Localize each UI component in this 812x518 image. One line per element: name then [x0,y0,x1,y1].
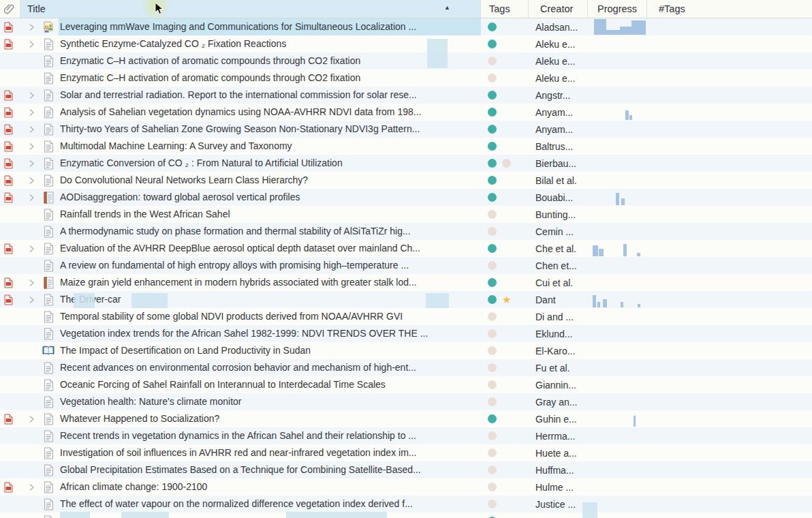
table-row[interactable]: Whatever Happened to Socialization?Guhin… [0,410,812,427]
title-cell[interactable]: The Impact of Desertification on Land Pr… [20,342,481,359]
table-row[interactable]: Synthetic Enzyme-Catalyzed CO ₂ Fixation… [0,35,812,52]
tags-cell [481,189,529,206]
expand-chevron-icon[interactable] [29,23,35,31]
table-row[interactable]: Thirty-two Years of Sahelian Zone Growin… [0,121,812,138]
creator-name: Anyam... [535,124,573,135]
table-row[interactable] [0,513,812,518]
table-row[interactable]: A thermodynamic study on phase formation… [0,223,812,240]
table-row[interactable]: Maize grain yield enhancement in modern … [0,274,812,291]
table-row[interactable]: Vegetation health: Nature's climate moni… [0,393,812,410]
title-cell[interactable]: Analysis of Sahelian vegetation dynamics… [20,104,481,121]
title-cell[interactable]: Leveraging mmWave Imaging and Communicat… [20,18,481,35]
tags-cell [481,461,529,478]
table-row[interactable]: Temporal stability of some global NDVI p… [0,308,812,325]
title-cell[interactable]: Evaluation of the AVHRR DeepBlue aerosol… [20,240,481,257]
table-row[interactable]: Investigation of soil influences in AVHR… [0,444,812,461]
expand-chevron-icon[interactable] [29,483,35,491]
title-cell[interactable]: Enzymatic C–H activation of aromatic com… [20,70,481,87]
title-cell[interactable]: Do Convolutional Neural Networks Learn C… [20,172,481,189]
title-cell[interactable]: Recent trends in vegetation dynamics in … [20,427,481,444]
table-row[interactable]: Oceanic Forcing of Sahel Rainfall on Int… [0,376,812,393]
table-row[interactable]: Do Convolutional Neural Networks Learn C… [0,172,812,189]
table-row[interactable]: The Driver-car★Dant [0,291,812,308]
table-row[interactable]: Recent trends in vegetation dynamics in … [0,427,812,444]
article-item-icon [42,243,54,255]
item-title: Maize grain yield enhancement in modern … [59,274,481,291]
title-cell[interactable]: Maize grain yield enhancement in modern … [20,274,481,291]
table-row[interactable]: Leveraging mmWave Imaging and Communicat… [0,18,812,35]
title-cell[interactable]: Recent advances on environmental corrosi… [20,359,481,376]
title-cell[interactable]: Vegetation health: Nature's climate moni… [20,393,481,410]
expand-chevron-icon[interactable] [29,194,35,202]
tags-cell [481,240,529,257]
table-row[interactable]: Enzymatic C–H activation of aromatic com… [0,70,812,87]
table-row[interactable]: Enzymatic Conversion of CO ₂ : From Natu… [0,155,812,172]
expand-chevron-icon[interactable] [29,279,35,287]
column-header-progress[interactable]: Progress [588,0,647,18]
title-cell[interactable]: Investigation of soil influences in AVHR… [20,444,481,461]
attachment-cell [0,35,20,52]
title-cell[interactable]: African climate change: 1900-2100 [20,478,481,496]
title-cell[interactable]: The Driver-car [20,291,481,308]
table-row[interactable]: The effect of water vapour on the normal… [0,496,812,513]
title-cell[interactable]: Global Precipitation Estimates Based on … [20,461,481,478]
table-row[interactable]: AODisaggregation: toward global aerosol … [0,189,812,206]
title-cell[interactable] [20,513,481,518]
column-header-title[interactable]: Title ▲ [20,0,481,18]
title-cell[interactable]: Enzymatic C–H activation of aromatic com… [20,52,481,70]
column-header-numtags[interactable]: #Tags [647,0,812,18]
numtags-cell [647,376,812,393]
tags-cell [481,478,529,496]
conference-item-icon [42,21,54,33]
expand-chevron-icon[interactable] [29,296,35,304]
table-row[interactable]: Solar and terrestrial radiation. Report … [0,87,812,104]
expand-chevron-icon[interactable] [29,415,35,423]
expand-chevron-icon[interactable] [29,245,35,253]
progress-cell [588,376,647,393]
table-row[interactable]: The Impact of Desertification on Land Pr… [0,342,812,359]
table-row[interactable]: Vegetation index trends for the African … [0,325,812,342]
title-cell[interactable]: Synthetic Enzyme-Catalyzed CO ₂ Fixation… [20,35,481,52]
numtags-cell [647,444,812,461]
title-cell[interactable]: Enzymatic Conversion of CO ₂ : From Natu… [20,155,481,172]
expand-chevron-icon[interactable] [29,177,35,185]
table-row[interactable]: Recent advances on environmental corrosi… [0,359,812,376]
numtags-cell [647,291,812,308]
expand-chevron-icon[interactable] [29,91,35,100]
table-row[interactable]: Evaluation of the AVHRR DeepBlue aerosol… [0,240,812,257]
numtags-cell [647,274,812,291]
title-cell[interactable]: Oceanic Forcing of Sahel Rainfall on Int… [20,376,481,393]
title-cell[interactable]: Temporal stability of some global NDVI p… [20,308,481,325]
item-title: Multimodal Machine Learning: A Survey an… [59,138,481,155]
title-cell[interactable]: Rainfall trends in the West African Sahe… [20,206,481,223]
creator-cell: Bouabi... [529,189,588,206]
table-row[interactable]: Rainfall trends in the West African Sahe… [0,206,812,223]
table-row[interactable]: Analysis of Sahelian vegetation dynamics… [0,104,812,121]
title-cell[interactable]: Vegetation index trends for the African … [20,325,481,342]
item-title: The effect of water vapour on the normal… [59,496,481,513]
expand-chevron-icon[interactable] [29,125,35,134]
tags-cell [481,274,529,291]
expand-chevron-icon[interactable] [29,40,35,48]
expand-chevron-icon[interactable] [29,108,35,117]
title-cell[interactable]: The effect of water vapour on the normal… [20,496,481,513]
progress-cell [588,410,647,427]
table-row[interactable]: Global Precipitation Estimates Based on … [0,461,812,478]
title-cell[interactable]: AODisaggregation: toward global aerosol … [20,189,481,206]
title-cell[interactable]: Whatever Happened to Socialization? [20,410,481,427]
column-header-tags[interactable]: Tags [481,0,529,18]
column-header-creator[interactable]: Creator [529,0,588,18]
title-cell[interactable]: A review on fundamental of high entropy … [20,257,481,274]
expand-chevron-icon[interactable] [29,142,35,151]
title-cell[interactable]: Multimodal Machine Learning: A Survey an… [20,138,481,155]
progress-bar [637,253,640,256]
table-row[interactable]: Multimodal Machine Learning: A Survey an… [0,138,812,155]
table-row[interactable]: African climate change: 1900-2100Hulme .… [0,478,812,496]
title-cell[interactable]: Thirty-two Years of Sahelian Zone Growin… [20,121,481,138]
attachment-column-header[interactable] [0,0,20,18]
table-row[interactable]: Enzymatic C–H activation of aromatic com… [0,52,812,70]
title-cell[interactable]: Solar and terrestrial radiation. Report … [20,87,481,104]
title-cell[interactable]: A thermodynamic study on phase formation… [20,223,481,240]
expand-chevron-icon[interactable] [29,159,35,168]
table-row[interactable]: A review on fundamental of high entropy … [0,257,812,274]
